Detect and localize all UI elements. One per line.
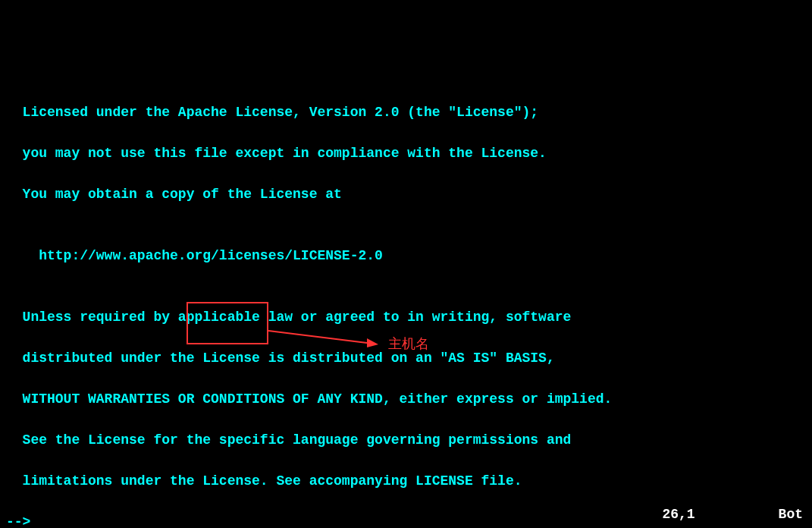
- license-line: http://www.apache.org/licenses/LICENSE-2…: [6, 246, 806, 266]
- terminal-editor[interactable]: Licensed under the Apache License, Versi…: [0, 82, 812, 528]
- license-line: You may obtain a copy of the License at: [6, 184, 806, 205]
- cursor-position: 26,1: [662, 504, 694, 525]
- license-line: Unless required by applicable law or agr…: [6, 307, 806, 328]
- license-line: limitations under the License. See accom…: [6, 471, 806, 492]
- license-line: WITHOUT WARRANTIES OR CONDITIONS OF ANY …: [6, 389, 806, 410]
- annotation-label: 主机名: [388, 334, 429, 354]
- license-line: you may not use this file except in comp…: [6, 143, 806, 164]
- license-line: See the License for the specific languag…: [6, 430, 806, 451]
- scroll-indicator: Bot: [779, 504, 803, 525]
- vim-status-bar: 26,1 Bot: [0, 504, 812, 525]
- license-line: Licensed under the Apache License, Versi…: [6, 102, 806, 123]
